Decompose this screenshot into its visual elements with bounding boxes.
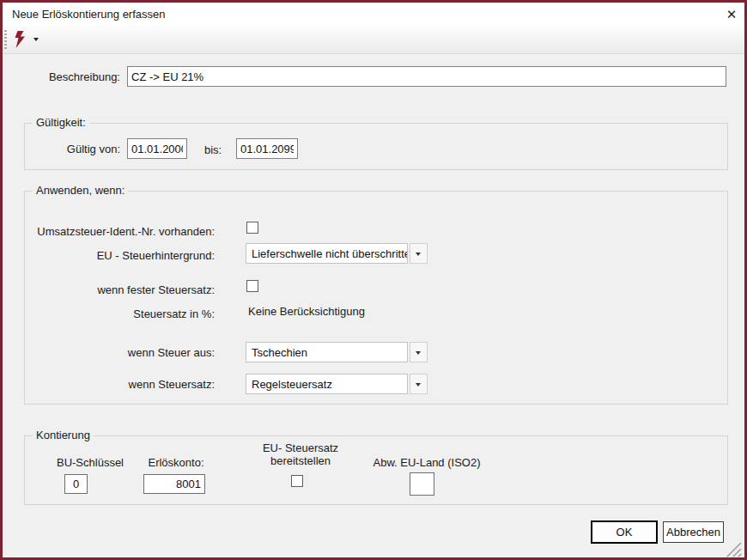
eu-tax-provide-label-line2: bereitstellen (270, 454, 331, 467)
resize-grip-icon[interactable] (725, 542, 742, 557)
tax-from-combobox[interactable]: Tschechien (246, 342, 408, 362)
conditions-group-label: Anwenden, wenn: (33, 184, 128, 197)
vat-id-label: Umsatzsteuer-Ident.-Nr. vorhanden: (26, 225, 215, 238)
valid-from-input[interactable] (127, 138, 187, 159)
account-group-label: Kontierung (33, 429, 94, 441)
tax-rate-label: Steuersatz in %: (26, 307, 215, 320)
account-group: Kontierung (24, 435, 728, 505)
toolbar-grip[interactable] (4, 30, 7, 49)
validity-group-label: Gültigkeit: (33, 116, 89, 129)
revenue-account-input[interactable] (143, 474, 205, 494)
description-input[interactable] (127, 66, 726, 87)
description-label: Beschreibung: (34, 70, 120, 83)
dialog-window: Neue Erlöskontierung erfassen ✕ Beschrei… (0, 0, 747, 560)
toolbar-dropdown-icon[interactable] (33, 38, 39, 41)
alt-eu-country-label: Abw. EU-Land (ISO2) (373, 456, 481, 469)
conditions-group: Anwenden, wenn: (24, 191, 728, 405)
tax-from-label: wenn Steuer aus: (26, 346, 215, 359)
fixed-tax-label: wenn fester Steuersatz: (26, 283, 215, 296)
tax-background-dropdown-icon[interactable] (410, 243, 428, 264)
ok-button[interactable]: OK (591, 520, 658, 544)
valid-from-label: Gültig von: (34, 143, 120, 155)
revenue-account-label: Erlöskonto: (140, 456, 212, 469)
tax-type-combobox[interactable]: Regelsteuersatz (246, 374, 408, 394)
tax-rate-value: Keine Berücksichtigung (248, 305, 365, 318)
eu-tax-provide-label-line1: EU- Steuersatz (263, 441, 338, 454)
vat-id-checkbox[interactable] (246, 222, 258, 234)
fixed-tax-checkbox[interactable] (246, 280, 258, 292)
tax-background-combobox[interactable]: Lieferschwelle nicht überschritten (246, 243, 408, 264)
eu-tax-provide-label: EU- Steuersatz bereitstellen (255, 441, 346, 467)
cancel-button[interactable]: Abbrechen (663, 521, 724, 543)
eu-tax-provide-checkbox[interactable] (291, 475, 303, 487)
bu-key-label: BU-Schlüssel (53, 456, 127, 469)
tax-type-label: wenn Steuersatz: (26, 378, 215, 391)
close-icon[interactable]: ✕ (723, 6, 740, 22)
tax-background-label: EU - Steuerhintergrund: (26, 249, 215, 262)
titlebar: Neue Erlöskontierung erfassen (3, 3, 744, 26)
alt-eu-country-input[interactable] (410, 472, 434, 496)
valid-to-label: bis: (204, 143, 222, 156)
tax-type-dropdown-icon[interactable] (410, 374, 428, 394)
valid-to-input[interactable] (236, 138, 298, 159)
lightning-icon[interactable] (12, 31, 27, 48)
toolbar (3, 26, 744, 54)
bu-key-input[interactable] (64, 474, 88, 494)
dialog-title: Neue Erlöskontierung erfassen (12, 8, 166, 21)
tax-from-dropdown-icon[interactable] (410, 342, 428, 362)
